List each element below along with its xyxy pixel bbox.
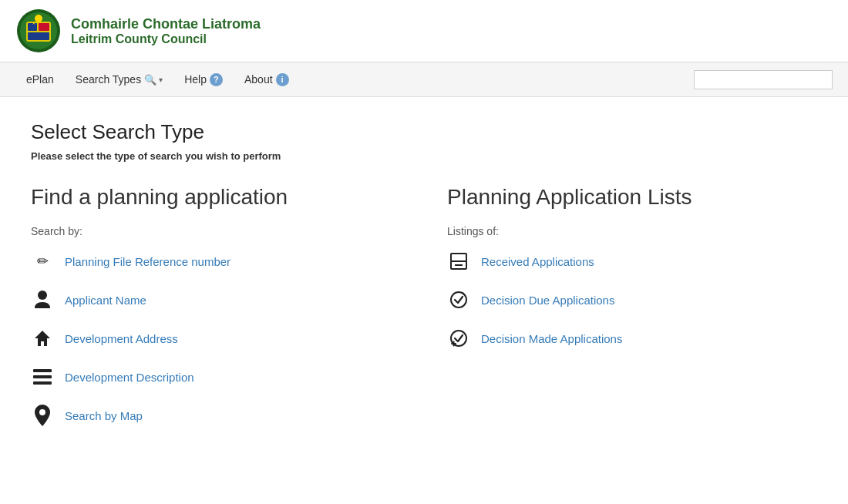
logo-text: Comhairle Chontae Liatroma Leitrim Count… [71,16,261,46]
planning-file-ref-link[interactable]: Planning File Reference number [65,255,231,268]
svg-point-7 [38,291,47,300]
svg-rect-4 [39,23,49,31]
page-subtitle: Please select the type of search you wis… [31,150,817,162]
svg-rect-10 [33,375,52,378]
received-applications-link[interactable]: Received Applications [481,255,594,268]
navbar-search-box[interactable] [694,70,833,89]
svg-marker-8 [35,331,50,346]
listings-label: Listings of: [447,225,817,237]
decision-due-applications-link[interactable]: Decision Due Applications [481,294,614,307]
svg-rect-5 [28,32,49,40]
svg-point-12 [39,409,45,415]
find-search-by-label: Search by: [31,225,401,237]
search-item-applicant-name[interactable]: Applicant Name [31,288,401,311]
house-icon [31,327,54,350]
find-column-title: Find a planning application [31,185,401,210]
navbar-search-input[interactable] [694,70,833,89]
search-item-received[interactable]: Received Applications [447,250,817,273]
search-item-ref-number[interactable]: ✏ Planning File Reference number [31,250,401,273]
list-icon [31,365,54,388]
nav-eplan[interactable]: ePlan [15,62,65,97]
lists-column: Planning Application Lists Listings of: … [447,185,817,442]
search-item-map[interactable]: Search by Map [31,404,401,427]
applicant-name-link[interactable]: Applicant Name [65,294,146,307]
search-item-decision-due[interactable]: Decision Due Applications [447,288,817,311]
svg-rect-11 [33,381,52,385]
person-icon [31,288,54,311]
pencil-icon: ✏ [31,250,54,273]
search-icon: 🔍 [144,73,156,86]
svg-rect-3 [28,23,37,31]
find-column: Find a planning application Search by: ✏… [31,185,401,442]
check-done-icon [447,327,470,350]
info-icon: i [276,73,289,86]
lists-column-title: Planning Application Lists [447,185,817,210]
nav-help[interactable]: Help ? [173,62,234,97]
decision-made-applications-link[interactable]: Decision Made Applications [481,332,622,345]
header-logo: Comhairle Chontae Liatroma Leitrim Count… [0,0,848,62]
inbox-icon [447,250,470,273]
search-by-map-link[interactable]: Search by Map [65,409,143,422]
columns: Find a planning application Search by: ✏… [31,185,817,442]
logo-line2: Leitrim County Council [71,32,261,46]
help-icon: ? [210,73,223,86]
council-logo [15,8,62,54]
dropdown-caret: ▾ [159,76,163,84]
svg-rect-14 [451,254,466,261]
dev-address-link[interactable]: Development Address [65,332,178,345]
main-content: Select Search Type Please select the typ… [0,97,848,465]
page-title: Select Search Type [31,120,817,144]
logo-line1: Comhairle Chontae Liatroma [71,16,261,32]
search-item-dev-address[interactable]: Development Address [31,327,401,350]
nav-about[interactable]: About i [234,62,300,97]
check-clock-icon [447,288,470,311]
search-item-dev-description[interactable]: Development Description [31,365,401,388]
dev-description-link[interactable]: Development Description [65,371,194,384]
svg-rect-9 [33,369,52,372]
nav-search-types[interactable]: Search Types 🔍 ▾ [65,62,173,97]
search-item-decision-made[interactable]: Decision Made Applications [447,327,817,350]
navbar: ePlan Search Types 🔍 ▾ Help ? About i [0,62,848,97]
map-pin-icon [31,404,54,427]
